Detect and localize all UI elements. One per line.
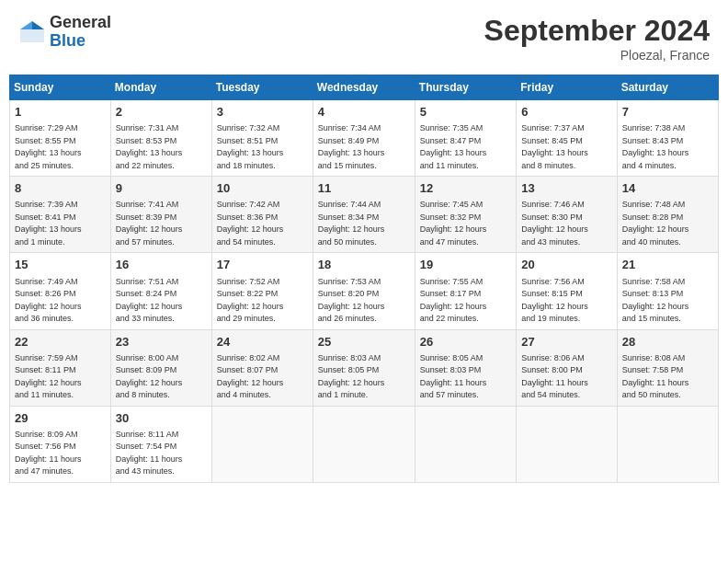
day-cell: 14Sunrise: 7:48 AM Sunset: 8:28 PM Dayli… (617, 177, 718, 253)
day-cell (415, 406, 516, 482)
day-info: Sunrise: 7:55 AM Sunset: 8:17 PM Dayligh… (420, 276, 511, 326)
day-info: Sunrise: 7:46 AM Sunset: 8:30 PM Dayligh… (521, 199, 611, 248)
day-number: 18 (318, 257, 410, 273)
day-number: 25 (318, 334, 410, 350)
day-info: Sunrise: 7:41 AM Sunset: 8:39 PM Dayligh… (116, 199, 207, 248)
day-cell: 13Sunrise: 7:46 AM Sunset: 8:30 PM Dayli… (517, 177, 617, 253)
day-number: 29 (15, 410, 106, 427)
day-info: Sunrise: 7:49 AM Sunset: 8:26 PM Dayligh… (15, 276, 106, 326)
col-header-saturday: Saturday (617, 75, 718, 100)
day-number: 23 (116, 334, 207, 350)
day-cell: 9Sunrise: 7:41 AM Sunset: 8:39 PM Daylig… (110, 177, 211, 253)
day-number: 8 (15, 180, 106, 197)
col-header-wednesday: Wednesday (313, 75, 415, 100)
day-number: 22 (15, 334, 106, 350)
day-number: 9 (116, 180, 207, 197)
day-cell (211, 406, 313, 482)
day-number: 7 (622, 104, 713, 121)
day-number: 27 (521, 334, 611, 350)
day-cell: 17Sunrise: 7:52 AM Sunset: 8:22 PM Dayli… (211, 253, 313, 329)
day-info: Sunrise: 7:29 AM Sunset: 8:55 PM Dayligh… (15, 122, 106, 172)
day-cell: 12Sunrise: 7:45 AM Sunset: 8:32 PM Dayli… (415, 177, 516, 253)
day-info: Sunrise: 7:45 AM Sunset: 8:32 PM Dayligh… (420, 199, 511, 248)
day-number: 3 (217, 104, 308, 121)
day-info: Sunrise: 7:34 AM Sunset: 8:49 PM Dayligh… (318, 122, 410, 172)
day-info: Sunrise: 7:52 AM Sunset: 8:22 PM Dayligh… (217, 276, 308, 326)
day-number: 20 (521, 257, 611, 273)
col-header-tuesday: Tuesday (211, 75, 313, 100)
day-cell: 11Sunrise: 7:44 AM Sunset: 8:34 PM Dayli… (313, 177, 415, 253)
week-row-2: 8Sunrise: 7:39 AM Sunset: 8:41 PM Daylig… (10, 177, 719, 253)
day-cell: 30Sunrise: 8:11 AM Sunset: 7:54 PM Dayli… (110, 406, 211, 482)
day-number: 15 (15, 257, 106, 273)
day-cell: 18Sunrise: 7:53 AM Sunset: 8:20 PM Dayli… (313, 253, 415, 329)
day-info: Sunrise: 7:48 AM Sunset: 8:28 PM Dayligh… (622, 199, 713, 248)
day-cell (617, 406, 718, 482)
day-info: Sunrise: 7:58 AM Sunset: 8:13 PM Dayligh… (622, 276, 713, 326)
day-cell: 24Sunrise: 8:02 AM Sunset: 8:07 PM Dayli… (211, 329, 313, 406)
day-cell: 10Sunrise: 7:42 AM Sunset: 8:36 PM Dayli… (211, 177, 313, 253)
day-cell: 1Sunrise: 7:29 AM Sunset: 8:55 PM Daylig… (10, 100, 111, 177)
day-number: 6 (521, 104, 611, 121)
day-info: Sunrise: 8:05 AM Sunset: 8:03 PM Dayligh… (420, 352, 511, 402)
day-info: Sunrise: 8:03 AM Sunset: 8:05 PM Dayligh… (318, 352, 410, 402)
day-cell: 16Sunrise: 7:51 AM Sunset: 8:24 PM Dayli… (110, 253, 211, 329)
day-number: 2 (116, 104, 207, 121)
week-row-4: 22Sunrise: 7:59 AM Sunset: 8:11 PM Dayli… (10, 329, 719, 406)
logo-text: General Blue (50, 14, 111, 51)
day-info: Sunrise: 8:09 AM Sunset: 7:56 PM Dayligh… (15, 429, 106, 478)
day-cell: 2Sunrise: 7:31 AM Sunset: 8:53 PM Daylig… (110, 100, 211, 177)
day-cell: 29Sunrise: 8:09 AM Sunset: 7:56 PM Dayli… (10, 406, 111, 482)
day-cell: 22Sunrise: 7:59 AM Sunset: 8:11 PM Dayli… (10, 329, 111, 406)
day-cell: 28Sunrise: 8:08 AM Sunset: 7:58 PM Dayli… (617, 329, 718, 406)
col-header-sunday: Sunday (10, 75, 111, 100)
header-row: SundayMondayTuesdayWednesdayThursdayFrid… (10, 75, 719, 100)
day-number: 1 (15, 104, 106, 121)
day-cell: 8Sunrise: 7:39 AM Sunset: 8:41 PM Daylig… (10, 177, 111, 253)
day-number: 12 (420, 180, 511, 197)
day-number: 26 (420, 334, 511, 350)
day-info: Sunrise: 7:37 AM Sunset: 8:45 PM Dayligh… (521, 122, 611, 172)
day-cell (313, 406, 415, 482)
day-info: Sunrise: 7:56 AM Sunset: 8:15 PM Dayligh… (521, 276, 611, 326)
day-info: Sunrise: 7:53 AM Sunset: 8:20 PM Dayligh… (318, 276, 410, 326)
day-cell: 4Sunrise: 7:34 AM Sunset: 8:49 PM Daylig… (313, 100, 415, 177)
day-number: 21 (622, 257, 713, 273)
day-cell: 5Sunrise: 7:35 AM Sunset: 8:47 PM Daylig… (415, 100, 516, 177)
day-info: Sunrise: 7:51 AM Sunset: 8:24 PM Dayligh… (116, 276, 207, 326)
day-cell: 20Sunrise: 7:56 AM Sunset: 8:15 PM Dayli… (517, 253, 617, 329)
day-number: 4 (318, 104, 410, 121)
col-header-monday: Monday (110, 75, 211, 100)
day-number: 14 (622, 180, 713, 197)
day-info: Sunrise: 8:00 AM Sunset: 8:09 PM Dayligh… (116, 352, 207, 402)
day-number: 19 (420, 257, 511, 273)
day-cell: 3Sunrise: 7:32 AM Sunset: 8:51 PM Daylig… (211, 100, 313, 177)
day-cell: 19Sunrise: 7:55 AM Sunset: 8:17 PM Dayli… (415, 253, 516, 329)
day-info: Sunrise: 7:35 AM Sunset: 8:47 PM Dayligh… (420, 122, 511, 172)
day-number: 17 (217, 257, 308, 273)
calendar-table: SundayMondayTuesdayWednesdayThursdayFrid… (9, 75, 719, 483)
logo-general-text: General (50, 14, 111, 32)
day-cell: 15Sunrise: 7:49 AM Sunset: 8:26 PM Dayli… (10, 253, 111, 329)
day-info: Sunrise: 7:44 AM Sunset: 8:34 PM Dayligh… (318, 199, 410, 248)
day-info: Sunrise: 7:38 AM Sunset: 8:43 PM Dayligh… (622, 122, 713, 172)
day-cell: 26Sunrise: 8:05 AM Sunset: 8:03 PM Dayli… (415, 329, 516, 406)
day-number: 28 (622, 334, 713, 350)
day-info: Sunrise: 7:39 AM Sunset: 8:41 PM Dayligh… (15, 199, 106, 248)
logo-icon (18, 18, 46, 46)
day-cell: 27Sunrise: 8:06 AM Sunset: 8:00 PM Dayli… (517, 329, 617, 406)
week-row-5: 29Sunrise: 8:09 AM Sunset: 7:56 PM Dayli… (10, 406, 719, 482)
day-number: 16 (116, 257, 207, 273)
day-info: Sunrise: 8:08 AM Sunset: 7:58 PM Dayligh… (622, 352, 713, 402)
week-row-3: 15Sunrise: 7:49 AM Sunset: 8:26 PM Dayli… (10, 253, 719, 329)
day-number: 10 (217, 180, 308, 197)
day-number: 5 (420, 104, 511, 121)
day-cell: 23Sunrise: 8:00 AM Sunset: 8:09 PM Dayli… (110, 329, 211, 406)
day-cell: 21Sunrise: 7:58 AM Sunset: 8:13 PM Dayli… (617, 253, 718, 329)
day-info: Sunrise: 7:42 AM Sunset: 8:36 PM Dayligh… (217, 199, 308, 248)
day-info: Sunrise: 7:32 AM Sunset: 8:51 PM Dayligh… (217, 122, 308, 172)
col-header-thursday: Thursday (415, 75, 516, 100)
location: Ploezal, France (484, 48, 710, 63)
day-cell: 25Sunrise: 8:03 AM Sunset: 8:05 PM Dayli… (313, 329, 415, 406)
day-cell: 7Sunrise: 7:38 AM Sunset: 8:43 PM Daylig… (617, 100, 718, 177)
